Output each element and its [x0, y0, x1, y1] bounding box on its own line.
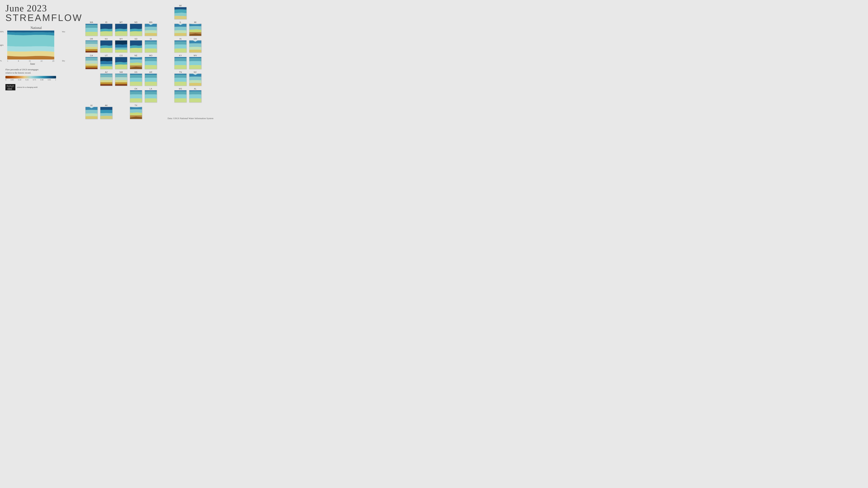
svg-rect-77: [145, 90, 157, 91]
state-label-la: LA: [150, 88, 152, 90]
state-chart-ia[interactable]: [145, 40, 157, 53]
state-cell-nm: NM: [115, 71, 127, 86]
svg-rect-66: [130, 74, 142, 75]
state-chart-ky[interactable]: [174, 57, 187, 69]
state-label-mn: MN: [149, 21, 152, 23]
state-label-wi: WI: [179, 4, 182, 7]
state-cell-al: AL: [189, 88, 202, 102]
state-chart-wi[interactable]: [174, 7, 187, 19]
state-chart-il[interactable]: [174, 24, 187, 36]
state-chart-nv[interactable]: [100, 40, 113, 53]
state-cell-in: IN: [174, 38, 187, 53]
svg-rect-57: [189, 57, 201, 58]
title-streamflow: STREAMFLOW: [5, 13, 67, 23]
state-label-wa: WA: [90, 21, 93, 23]
state-chart-sd[interactable]: [130, 40, 142, 53]
bar-label-090: 0.90: [40, 79, 43, 81]
state-label-ky: KY: [179, 55, 182, 57]
state-cell-mi: MI: [189, 21, 202, 36]
state-label-ia: IA: [150, 38, 152, 40]
state-chart-co[interactable]: [115, 57, 127, 69]
state-label-wv: WV: [194, 55, 197, 57]
state-label-nc: NC: [194, 71, 197, 73]
svg-rect-11: [86, 24, 97, 25]
x-label-15: 15: [29, 60, 31, 62]
state-chart-hi[interactable]: [85, 107, 98, 119]
state-cell-or: OR: [85, 38, 98, 53]
state-label-ne: NE: [134, 55, 137, 57]
state-chart-mt[interactable]: [115, 24, 127, 36]
state-cell-ia: IA: [145, 38, 157, 53]
state-chart-tn[interactable]: [174, 73, 187, 86]
state-chart-wy[interactable]: [115, 40, 127, 53]
state-chart-ak[interactable]: [100, 107, 113, 119]
state-chart-oh[interactable]: [189, 40, 202, 53]
state-label-ar: AR: [149, 71, 152, 73]
state-chart-az[interactable]: [100, 73, 113, 86]
svg-rect-28: [100, 40, 112, 46]
svg-rect-81: [189, 90, 201, 91]
state-cell-ut: UT: [100, 55, 113, 69]
svg-text:USGS: USGS: [7, 88, 12, 90]
state-chart-mo[interactable]: [145, 57, 157, 69]
state-chart-id[interactable]: [100, 24, 113, 36]
state-chart-nm[interactable]: [115, 73, 127, 86]
state-label-in: IN: [179, 38, 182, 40]
state-label-wy: WY: [120, 38, 123, 40]
x-label-8: 8: [18, 60, 19, 62]
state-chart-mi[interactable]: [189, 24, 202, 36]
bar-label-025: 0.25: [26, 79, 29, 81]
state-chart-ne[interactable]: [130, 57, 142, 69]
state-cell-az: AZ: [100, 71, 113, 86]
state-label-il: IL: [180, 21, 181, 23]
color-bar: [5, 76, 56, 78]
state-cell-ms: MS: [174, 88, 187, 102]
title-june: June 2023: [5, 4, 67, 13]
state-chart-nc[interactable]: [189, 73, 202, 86]
x-label-22: 22: [40, 60, 42, 62]
x-axis-title: June: [5, 62, 60, 65]
state-chart-ok[interactable]: [130, 90, 142, 102]
state-cell-oh: OH: [189, 38, 202, 53]
legend-description: Flow percentile at USGS streamgagesrelat…: [5, 68, 67, 74]
svg-rect-3: [175, 7, 186, 9]
state-chart-nd[interactable]: [130, 24, 142, 36]
national-chart-svg: [7, 31, 54, 60]
bar-label-095: 0.95: [48, 79, 51, 81]
x-label-29: 29: [52, 60, 54, 62]
bar-label-010: 0.10: [18, 79, 21, 81]
state-cell-nv: NV: [100, 38, 113, 53]
svg-rect-26: [86, 40, 97, 41]
state-cell-wv: WV: [189, 55, 202, 69]
state-chart-ca[interactable]: [85, 57, 98, 69]
state-chart-in[interactable]: [174, 40, 187, 53]
state-chart-wv[interactable]: [189, 57, 202, 69]
state-chart-ms[interactable]: [174, 90, 187, 102]
state-chart-tx[interactable]: [130, 107, 142, 119]
state-label-ks: KS: [134, 71, 137, 73]
usgs-tagline: science for a changing world: [17, 87, 37, 88]
state-chart-ks[interactable]: [130, 73, 142, 86]
state-chart-mn[interactable]: [145, 24, 157, 36]
state-cell-sd: SD: [130, 38, 142, 53]
state-cell-id: ID: [100, 21, 113, 36]
state-cell-ca: CA: [85, 55, 98, 69]
chart-y-100: 100%: [0, 31, 4, 33]
state-chart-al[interactable]: [189, 90, 202, 102]
svg-rect-36: [175, 40, 186, 41]
x-label-1: 1: [7, 60, 8, 62]
state-chart-la[interactable]: [145, 90, 157, 102]
state-label-ca: CA: [90, 55, 93, 57]
state-chart-wa[interactable]: [85, 24, 98, 36]
state-chart-or[interactable]: [85, 40, 98, 53]
state-label-ak: AK: [105, 104, 108, 106]
state-label-mt: MT: [120, 21, 123, 23]
bar-label-0: 0: [5, 79, 6, 81]
svg-rect-62: [100, 74, 112, 74]
state-cell-tn: TN: [174, 71, 187, 86]
state-chart-ar[interactable]: [145, 73, 157, 86]
svg-rect-85: [100, 107, 112, 110]
state-label-nv: NV: [105, 38, 108, 40]
state-cell-la: LA: [145, 88, 157, 102]
state-chart-ut[interactable]: [100, 57, 113, 69]
